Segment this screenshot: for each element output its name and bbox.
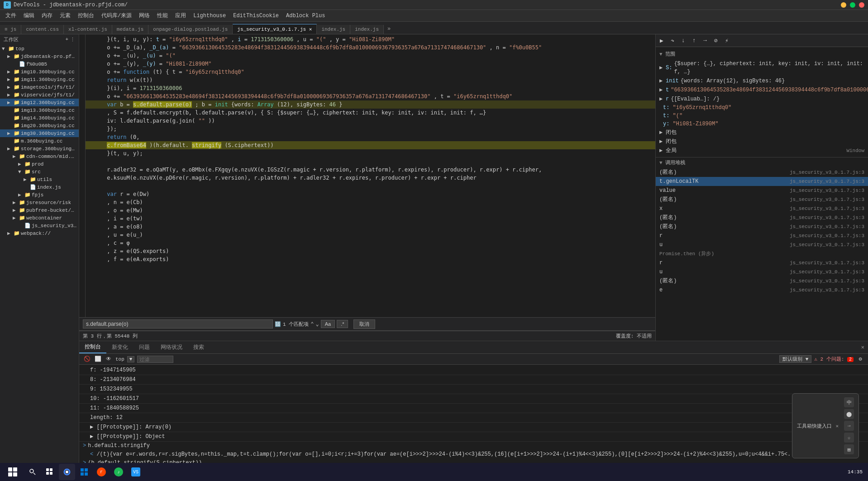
floating-toolbar-close[interactable]: ✕ (835, 423, 839, 429)
tab-xl-content[interactable]: xl-content.js (64, 25, 112, 34)
menu-application[interactable]: 应用 (172, 11, 190, 20)
scope-item-t[interactable]: ▶ t "663936613064535283e48694f3831244569… (656, 86, 868, 95)
toolbar-icon-5[interactable]: ▤ (844, 444, 854, 454)
default-level-dropdown[interactable]: 默认级别 ▼ (779, 355, 811, 363)
sidebar-item-webpack[interactable]: ▶ 📁 webpack:// (0, 229, 79, 237)
next-match-button[interactable]: ⌄ (315, 321, 319, 328)
menu-network[interactable]: 网络 (135, 11, 153, 20)
scope-item-s[interactable]: ▶ S: {$super: {…}, ciphertext: init, key… (656, 59, 868, 76)
callstack-item-3[interactable]: (匿名) js_security_v3_0.1.7.js:3 (656, 195, 868, 204)
search-input[interactable] (83, 319, 273, 329)
callstack-item-11[interactable]: (匿名) js_security_v3_0.1.7.js:3 (656, 276, 868, 286)
taskbar-app3[interactable]: ♪ (110, 464, 127, 480)
taskbar-chrome[interactable] (59, 464, 75, 480)
scope-item-global[interactable]: ▶ 全局 Window (656, 146, 868, 155)
tab-medata[interactable]: medata.js (112, 25, 148, 34)
taskbar-app4[interactable]: VS (128, 464, 144, 480)
callstack-item-10[interactable]: u js_security_v3_0.1.7.js:3 (656, 267, 868, 276)
regex-button[interactable]: .* (337, 320, 348, 328)
taskbar-app1[interactable] (76, 464, 92, 480)
sidebar-item-jsresource[interactable]: ▶ 📁 jsresource/risk (0, 199, 79, 206)
taskbar-app2[interactable]: r (93, 464, 110, 480)
sidebar-item-img20[interactable]: 📁 img20.360buying.cc (0, 122, 79, 129)
cancel-search-button[interactable]: 取消 (353, 319, 375, 329)
callstack-item-2[interactable]: value js_security_v3_0.1.7.js:3 (656, 186, 868, 195)
callstack-item-7[interactable]: r js_security_v3_0.1.7.js:3 (656, 231, 868, 240)
preserve-log-button[interactable]: ⬜ (94, 355, 102, 363)
menu-editthiscookie[interactable]: EditThisCookie (229, 12, 282, 20)
menu-file[interactable]: 文件 (2, 11, 20, 20)
console-filter-input[interactable] (137, 356, 173, 363)
scope-item-init[interactable]: ▶ init {words: Array(12), sigBytes: 46} (656, 76, 868, 86)
menu-console[interactable]: 控制台 (74, 11, 98, 20)
tab-index1[interactable]: index.js (317, 25, 350, 34)
scope-item-closure2[interactable]: ▶ 闭包 (656, 137, 868, 146)
callstack-item-0[interactable]: (匿名) js_security_v3_0.1.7.js:3 (656, 168, 868, 177)
sidebar-item-jssecurity[interactable]: 📄 js_security_v3_0... (0, 222, 79, 229)
step-over-button[interactable]: ↷ (668, 37, 677, 45)
sidebar-item-prod[interactable]: ▶ 📁 prod (0, 160, 79, 168)
sidebar-item-imagetools[interactable]: ▶ 📁 imagetools/jfs/t1/ (0, 83, 79, 91)
callstack-item-9[interactable]: r js_security_v3_0.1.7.js:3 (656, 258, 868, 267)
sidebar-item-img11[interactable]: ▶ 📁 img11.360buying.cc (0, 76, 79, 83)
pause-resume-button[interactable]: ▶ (658, 37, 666, 45)
tab-changes[interactable]: 新变化 (106, 342, 134, 353)
sidebar-item-f0u[interactable]: 📄 f%0u0B5 (0, 60, 79, 68)
settings-button[interactable]: ⚙ (856, 355, 864, 363)
sidebar-add-icon[interactable]: + (65, 37, 68, 43)
sidebar-item-top[interactable]: ▼ 📁 top (0, 45, 79, 52)
sidebar-item-img14[interactable]: 📁 img14.360buying.cc (0, 114, 79, 122)
callstack-item-5[interactable]: (匿名) js_security_v3_0.1.7.js:3 (656, 213, 868, 222)
tab-more[interactable]: » (384, 24, 394, 34)
menu-adblock[interactable]: Adblock Plus (282, 12, 329, 20)
toolbar-icon-4[interactable]: ☆ (844, 433, 854, 443)
close-button[interactable] (859, 2, 864, 8)
tab-issues[interactable]: 问题 (134, 342, 155, 353)
toolbar-icon-1[interactable]: 中 (844, 397, 854, 407)
taskbar-search[interactable] (24, 464, 41, 480)
sidebar-item-img12[interactable]: ▶ 📁 img12.360buying.cc (0, 99, 79, 106)
sidebar-item-img13[interactable]: 📁 img13.360buying.cc (0, 106, 79, 114)
sidebar-item-cdn[interactable]: ▶ 📁 cdn-common/mid... (0, 152, 79, 160)
callstack-item-8[interactable]: u js_security_v3_0.1.7.js:3 (656, 240, 868, 249)
tab-network-conditions[interactable]: 网络状况 (155, 342, 188, 353)
sidebar-item-indexjs[interactable]: 📄 index.js (0, 183, 79, 191)
sidebar-item-jdbean[interactable]: ▶ 📁 jdbeantask-pro.pfjd... (0, 52, 79, 60)
deactivate-breakpoints-button[interactable]: ⊘ (712, 37, 720, 45)
menu-performance[interactable]: 性能 (153, 11, 172, 20)
tab-console[interactable]: 控制台 (79, 341, 106, 353)
tab-search[interactable]: 搜索 (188, 342, 210, 353)
pause-on-exceptions-button[interactable]: ⚡ (723, 37, 731, 45)
close-bottom-panel-button[interactable]: ✕ (858, 344, 868, 351)
sidebar-item-src[interactable]: ▼ 📁 src (0, 168, 79, 176)
sidebar-more-icon[interactable]: ⋮ (70, 37, 75, 43)
start-button[interactable] (2, 464, 24, 480)
sidebar-item-img30[interactable]: ▶ 📁 img30.360buying.cc (0, 129, 79, 137)
scope-item-r[interactable]: ▶ r {[Evaluab…]: /} (656, 95, 868, 104)
sidebar-item-m360[interactable]: 📁 m.360buying.cc (0, 137, 79, 145)
top-dropdown[interactable]: ▼ (127, 356, 135, 362)
tab-content-css[interactable]: content.css (21, 25, 64, 34)
step-into-button[interactable]: ↓ (679, 37, 687, 45)
menu-lighthouse[interactable]: Lighthouse (190, 12, 229, 20)
callstack-item-4[interactable]: x js_security_v3_0.1.7.js:3 (656, 204, 868, 213)
tab-index2[interactable]: index.js (350, 25, 384, 34)
menu-memory[interactable]: 内存 (38, 11, 56, 20)
minimize-button[interactable] (841, 2, 846, 8)
clear-console-button[interactable]: 🚫 (83, 355, 91, 363)
taskbar-taskview[interactable] (42, 464, 58, 480)
match-case-button[interactable]: Aa (321, 320, 335, 328)
step-out-button[interactable]: ↑ (690, 37, 698, 45)
sidebar-item-storage[interactable]: ▶ 📁 storage.360buying.c... (0, 145, 79, 152)
sidebar-item-pubfree[interactable]: ▶ 📁 pubfree-bucket/jd (0, 206, 79, 214)
menu-edit[interactable]: 编辑 (20, 11, 38, 20)
tab-js[interactable]: ≡ js (0, 25, 21, 34)
tab-js-security[interactable]: js_security_v3_0.1.7.js ✕ (233, 24, 317, 34)
menu-sources[interactable]: 代码库/来源 (98, 11, 135, 20)
console-input-area[interactable]: > h.default.stringify (79, 442, 868, 450)
sidebar-item-fpjs[interactable]: ▶ 📁 fpjs (0, 191, 79, 199)
sidebar-item-utils[interactable]: ▶ 📁 utils (0, 176, 79, 183)
tab-onpage[interactable]: onpage-dialog.postload.js (148, 25, 233, 34)
callstack-item-1[interactable]: t.genLocalTK js_security_v3_0.1.7.js:3 (656, 177, 868, 186)
toolbar-icon-2[interactable]: ⬤ (844, 409, 854, 419)
